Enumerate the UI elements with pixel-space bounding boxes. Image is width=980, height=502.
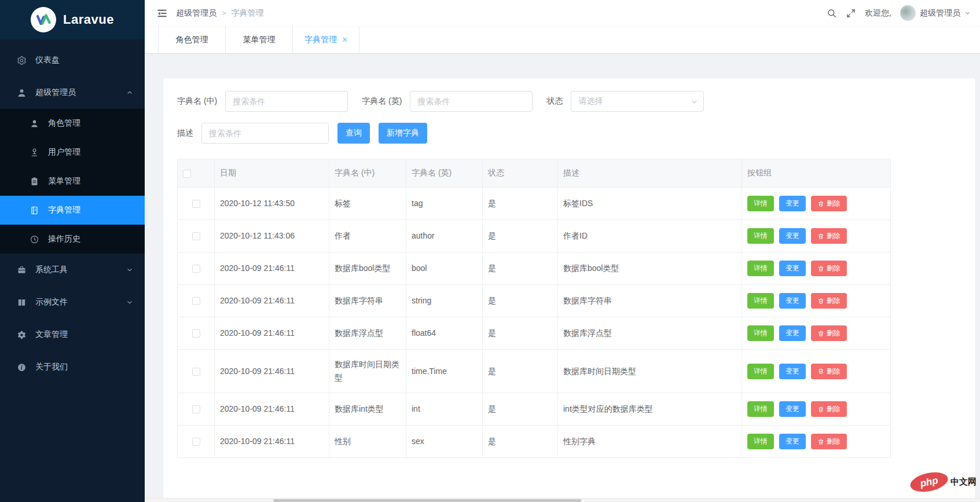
sidebar-group-admin[interactable]: 超级管理员 <box>0 76 145 109</box>
sidebar-item-dashboard[interactable]: 仪表盘 <box>0 44 145 76</box>
fullscreen-icon[interactable] <box>846 8 856 19</box>
delete-button[interactable]: 删除 <box>811 293 847 309</box>
sidebar-item-menus[interactable]: 菜单管理 <box>0 167 145 196</box>
select-all-checkbox[interactable] <box>183 170 191 178</box>
php-logo-icon: php <box>908 469 949 494</box>
sidebar-item-articles[interactable]: 文章管理 <box>0 318 145 351</box>
sidebar-group-example-files[interactable]: 示例文件 <box>0 286 145 318</box>
sidebar-item-label: 关于我们 <box>35 362 133 372</box>
example-files-book-icon <box>15 298 28 307</box>
tab-label: 字典管理 <box>304 35 337 45</box>
laravue-logo-icon <box>31 7 56 32</box>
change-button[interactable]: 变更 <box>779 434 806 449</box>
table-row: 2020-10-09 21:46:11 数据库字符串 string 是 数据库字… <box>178 285 891 317</box>
tab-label: 菜单管理 <box>243 35 276 45</box>
detail-button[interactable]: 详情 <box>747 325 774 341</box>
delete-button[interactable]: 删除 <box>811 434 847 449</box>
cell-name-en: author <box>406 220 483 252</box>
dict-name-en-input[interactable] <box>410 91 533 112</box>
row-checkbox[interactable] <box>192 265 200 273</box>
cell-name-en: time.Time <box>406 350 483 393</box>
detail-button[interactable]: 详情 <box>747 364 774 379</box>
change-button[interactable]: 变更 <box>779 261 806 276</box>
detail-button[interactable]: 详情 <box>747 401 774 417</box>
tab-close-icon[interactable]: × <box>342 35 347 45</box>
sidebar-item-dictionary[interactable]: 字典管理 <box>0 196 145 225</box>
row-checkbox[interactable] <box>192 329 200 338</box>
table-row: 2020-10-09 21:46:11 数据库int类型 int 是 int类型… <box>178 393 891 426</box>
cell-status: 是 <box>483 426 558 458</box>
row-checkbox[interactable] <box>192 405 200 413</box>
status-select[interactable]: 请选择 <box>571 91 704 112</box>
sidebar-menu: 仪表盘 超级管理员 角色管理 <box>0 39 145 383</box>
search-button[interactable]: 查询 <box>337 123 370 144</box>
horizontal-scrollbar-thumb[interactable] <box>273 499 581 502</box>
cell-status: 是 <box>483 350 558 393</box>
horizontal-scrollbar[interactable] <box>145 498 980 502</box>
sidebar-item-roles[interactable]: 角色管理 <box>0 109 145 138</box>
chevron-down-icon <box>964 10 971 16</box>
sidebar-item-label: 操作历史 <box>48 234 133 244</box>
delete-button[interactable]: 删除 <box>811 364 847 379</box>
cell-desc: 性别字典 <box>558 426 742 458</box>
tab-roles[interactable]: 角色管理 <box>158 26 225 53</box>
dict-name-cn-input[interactable] <box>225 91 348 112</box>
cell-desc: 数据库字符串 <box>558 285 742 317</box>
add-dictionary-button[interactable]: 新增字典 <box>379 123 427 144</box>
table-row: 2020-10-09 21:46:11 性别 sex 是 性别字典 详情 变更 <box>178 426 891 458</box>
detail-button[interactable]: 详情 <box>747 228 774 244</box>
change-button[interactable]: 变更 <box>779 401 806 417</box>
detail-button[interactable]: 详情 <box>747 293 774 309</box>
cell-name-cn: 作者 <box>329 220 406 252</box>
cell-status: 是 <box>483 220 558 252</box>
row-checkbox[interactable] <box>192 297 200 305</box>
delete-button[interactable]: 删除 <box>811 261 847 276</box>
change-button[interactable]: 变更 <box>779 228 806 244</box>
delete-button[interactable]: 删除 <box>811 228 847 244</box>
row-checkbox[interactable] <box>192 232 200 240</box>
detail-button[interactable]: 详情 <box>747 261 774 276</box>
status-select-placeholder: 请选择 <box>578 96 603 107</box>
sidebar-submenu-admin: 角色管理 用户管理 菜单管理 <box>0 109 145 254</box>
change-button[interactable]: 变更 <box>779 196 806 211</box>
table-row: 2020-10-09 21:46:11 数据库浮点型 float64 是 数据库… <box>178 317 891 350</box>
sidebar: Laravue 仪表盘 超级管理员 <box>0 0 145 502</box>
delete-button[interactable]: 删除 <box>811 325 847 341</box>
status-label: 状态 <box>546 96 563 107</box>
cell-name-cn: 数据库int类型 <box>329 393 406 426</box>
tab-dictionary[interactable]: 字典管理 × <box>292 26 359 53</box>
cell-date: 2020-10-09 21:46:11 <box>215 285 329 317</box>
user-menu[interactable]: 超级管理员 <box>900 5 971 21</box>
change-button[interactable]: 变更 <box>779 364 806 379</box>
brand-name: Laravue <box>63 12 114 27</box>
delete-button[interactable]: 删除 <box>811 196 847 211</box>
cell-name-en: tag <box>406 188 483 220</box>
breadcrumb-item[interactable]: 超级管理员 <box>176 8 216 19</box>
change-button[interactable]: 变更 <box>779 293 806 309</box>
dictionary-table: 日期 字典名 (中) 字典名 (英) 状态 描述 按钮组 <box>177 159 891 458</box>
change-button[interactable]: 变更 <box>779 325 806 341</box>
cell-status: 是 <box>483 188 558 220</box>
breadcrumb: 超级管理员 > 字典管理 <box>176 8 264 19</box>
sidebar-fold-icon[interactable] <box>156 8 168 19</box>
search-icon[interactable] <box>827 8 837 19</box>
sidebar-item-label: 仪表盘 <box>35 55 133 65</box>
sidebar-item-about[interactable]: 关于我们 <box>0 351 145 383</box>
detail-button[interactable]: 详情 <box>747 434 774 449</box>
detail-button[interactable]: 详情 <box>747 196 774 211</box>
row-checkbox[interactable] <box>192 438 200 446</box>
sidebar-group-system-tools[interactable]: 系统工具 <box>0 254 145 286</box>
desc-input[interactable] <box>201 123 329 144</box>
delete-button[interactable]: 删除 <box>811 401 847 417</box>
tab-menus[interactable]: 菜单管理 <box>225 26 292 53</box>
about-info-icon <box>15 362 28 372</box>
row-checkbox[interactable] <box>192 200 200 208</box>
php-cn-watermark-text: 中文网 <box>950 477 977 488</box>
cell-desc: int类型对应的数据库类型 <box>558 393 742 426</box>
cell-desc: 数据库浮点型 <box>558 317 742 350</box>
delete-button-label: 删除 <box>827 404 840 414</box>
row-checkbox[interactable] <box>192 368 200 376</box>
sidebar-item-users[interactable]: 用户管理 <box>0 138 145 167</box>
cell-desc: 作者ID <box>558 220 742 252</box>
sidebar-item-history[interactable]: 操作历史 <box>0 225 145 254</box>
